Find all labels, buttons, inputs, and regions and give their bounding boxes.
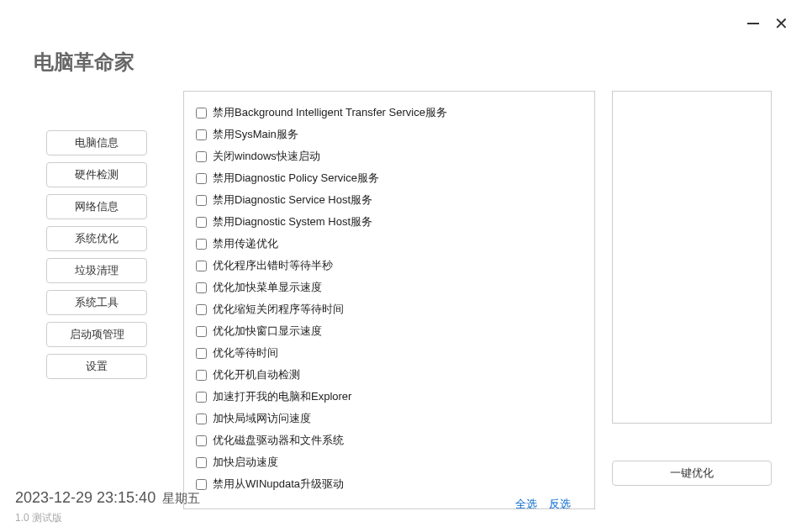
minimize-button[interactable] xyxy=(747,23,759,24)
sidebar-item-label: 系统工具 xyxy=(75,295,119,310)
option-row: 加快启动速度 xyxy=(196,451,583,473)
sidebar-item-label: 系统优化 xyxy=(75,231,119,246)
option-row: 优化磁盘驱动器和文件系统 xyxy=(196,429,583,451)
option-row: 优化加快菜单显示速度 xyxy=(196,277,583,298)
sidebar-item-clean[interactable]: 垃圾清理 xyxy=(46,258,147,283)
option-checkbox[interactable] xyxy=(196,479,207,490)
sidebar-item-startup[interactable]: 启动项管理 xyxy=(46,322,147,347)
log-panel xyxy=(612,91,772,424)
option-label[interactable]: 关闭windows快速启动 xyxy=(213,149,320,164)
sidebar-item-label: 垃圾清理 xyxy=(75,263,119,278)
select-actions: 全选 反选 xyxy=(515,497,571,509)
option-checkbox[interactable] xyxy=(196,129,207,140)
option-row: 禁用Diagnostic System Host服务 xyxy=(196,211,583,233)
option-label[interactable]: 优化加快窗口显示速度 xyxy=(213,324,322,339)
option-row: 加速打开我的电脑和Explorer xyxy=(196,386,583,408)
version-text: 1.0 测试版 xyxy=(15,511,62,525)
option-row: 禁用传递优化 xyxy=(196,233,583,255)
options-list: 禁用Background Intelligent Transfer Servic… xyxy=(196,102,583,509)
option-label[interactable]: 禁用Diagnostic Service Host服务 xyxy=(213,192,372,208)
window-controls: ✕ xyxy=(747,15,789,32)
sidebar: 电脑信息 硬件检测 网络信息 系统优化 垃圾清理 系统工具 启动项管理 设置 xyxy=(46,130,147,379)
option-checkbox[interactable] xyxy=(196,108,207,119)
option-row: 禁用从WINupdata升级驱动 xyxy=(196,473,583,495)
option-label[interactable]: 优化开机自动检测 xyxy=(213,367,300,382)
select-all-link[interactable]: 全选 xyxy=(515,497,537,509)
option-label[interactable]: 禁用Diagnostic Policy Service服务 xyxy=(213,171,379,186)
minimize-icon xyxy=(747,23,759,24)
sidebar-item-optimize[interactable]: 系统优化 xyxy=(46,226,147,251)
option-label[interactable]: 禁用从WINupdata升级驱动 xyxy=(213,477,344,492)
option-row: 优化开机自动检测 xyxy=(196,364,583,386)
option-label[interactable]: 优化缩短关闭程序等待时间 xyxy=(213,302,344,317)
option-checkbox[interactable] xyxy=(196,304,207,315)
close-icon: ✕ xyxy=(774,14,789,33)
option-row: 优化程序出错时等待半秒 xyxy=(196,255,583,277)
options-panel: 禁用Background Intelligent Transfer Servic… xyxy=(183,91,595,509)
option-checkbox[interactable] xyxy=(196,326,207,337)
option-checkbox[interactable] xyxy=(196,370,207,381)
option-row: 加快局域网访问速度 xyxy=(196,408,583,429)
option-label[interactable]: 加速打开我的电脑和Explorer xyxy=(213,389,351,404)
sidebar-item-label: 启动项管理 xyxy=(70,327,124,342)
optimize-button-label: 一键优化 xyxy=(670,466,714,481)
option-row: 禁用Diagnostic Policy Service服务 xyxy=(196,167,583,189)
option-row: 优化加快窗口显示速度 xyxy=(196,320,583,342)
sidebar-item-pcinfo[interactable]: 电脑信息 xyxy=(46,130,147,155)
option-checkbox[interactable] xyxy=(196,348,207,359)
option-label[interactable]: 优化等待时间 xyxy=(213,345,278,361)
sidebar-item-label: 硬件检测 xyxy=(75,167,119,182)
option-row: 禁用Background Intelligent Transfer Servic… xyxy=(196,102,583,124)
sidebar-item-tools[interactable]: 系统工具 xyxy=(46,290,147,315)
sidebar-item-hardware[interactable]: 硬件检测 xyxy=(46,162,147,187)
datetime-text: 2023-12-29 23:15:40 xyxy=(15,489,156,507)
option-label[interactable]: 优化磁盘驱动器和文件系统 xyxy=(213,433,344,448)
footer-datetime: 2023-12-29 23:15:40 星期五 xyxy=(15,489,200,507)
sidebar-item-settings[interactable]: 设置 xyxy=(46,354,147,379)
option-checkbox[interactable] xyxy=(196,173,207,184)
option-row: 禁用Diagnostic Service Host服务 xyxy=(196,189,583,211)
option-label[interactable]: 优化程序出错时等待半秒 xyxy=(213,258,333,273)
app-title: 电脑革命家 xyxy=(34,49,134,76)
option-label[interactable]: 禁用SysMain服务 xyxy=(213,127,298,142)
option-label[interactable]: 加快局域网访问速度 xyxy=(213,411,311,426)
option-label[interactable]: 优化加快菜单显示速度 xyxy=(213,280,322,295)
option-checkbox[interactable] xyxy=(196,435,207,446)
option-checkbox[interactable] xyxy=(196,217,207,228)
option-row: 禁用SysMain服务 xyxy=(196,124,583,145)
option-label[interactable]: 加快启动速度 xyxy=(213,455,278,470)
invert-selection-link[interactable]: 反选 xyxy=(549,497,571,509)
option-checkbox[interactable] xyxy=(196,151,207,162)
option-checkbox[interactable] xyxy=(196,392,207,403)
sidebar-item-label: 电脑信息 xyxy=(75,135,119,150)
option-label[interactable]: 禁用Background Intelligent Transfer Servic… xyxy=(213,105,447,120)
sidebar-item-network[interactable]: 网络信息 xyxy=(46,194,147,219)
close-button[interactable]: ✕ xyxy=(774,15,789,32)
option-checkbox[interactable] xyxy=(196,413,207,424)
option-checkbox[interactable] xyxy=(196,261,207,271)
option-label[interactable]: 禁用传递优化 xyxy=(213,236,278,251)
option-checkbox[interactable] xyxy=(196,282,207,293)
weekday-text: 星期五 xyxy=(162,491,200,507)
option-checkbox[interactable] xyxy=(196,239,207,250)
optimize-button[interactable]: 一键优化 xyxy=(612,461,772,486)
sidebar-item-label: 网络信息 xyxy=(75,199,119,214)
option-checkbox[interactable] xyxy=(196,195,207,206)
option-label[interactable]: 禁用Diagnostic System Host服务 xyxy=(213,214,372,229)
sidebar-item-label: 设置 xyxy=(86,359,108,374)
option-row: 关闭windows快速启动 xyxy=(196,145,583,167)
option-checkbox[interactable] xyxy=(196,457,207,468)
option-row: 优化缩短关闭程序等待时间 xyxy=(196,298,583,320)
option-row: 优化等待时间 xyxy=(196,342,583,364)
